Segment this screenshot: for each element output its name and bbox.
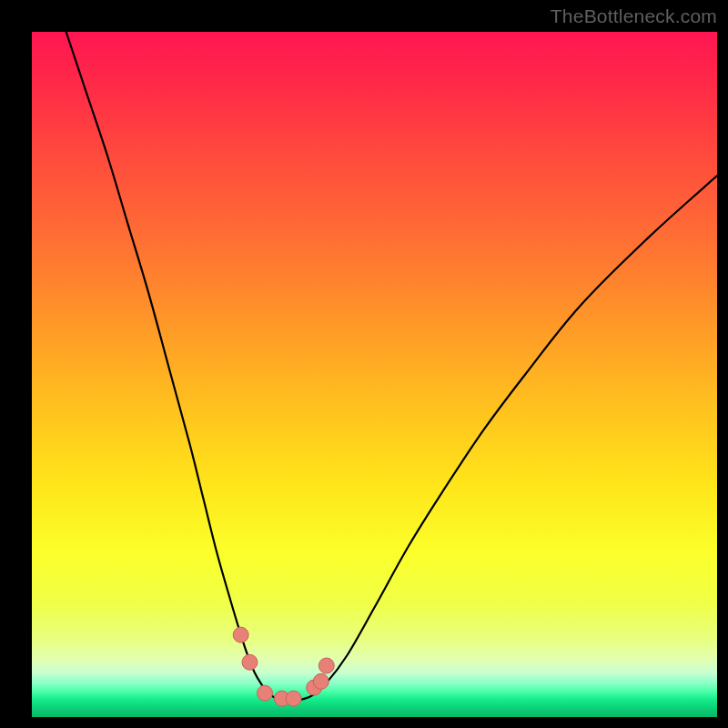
curve-markers bbox=[233, 627, 334, 706]
watermark-text: TheBottleneck.com bbox=[551, 5, 717, 27]
curve-marker bbox=[233, 627, 248, 642]
curve-marker bbox=[242, 654, 258, 670]
curve-marker bbox=[286, 691, 301, 706]
plot-area bbox=[32, 32, 717, 717]
curve-marker bbox=[258, 685, 273, 701]
chart-frame: TheBottleneck.com bbox=[0, 0, 728, 728]
curve-layer bbox=[32, 32, 717, 717]
curve-marker bbox=[318, 658, 334, 673]
curve-marker bbox=[313, 673, 329, 689]
bottleneck-curve bbox=[66, 32, 717, 701]
